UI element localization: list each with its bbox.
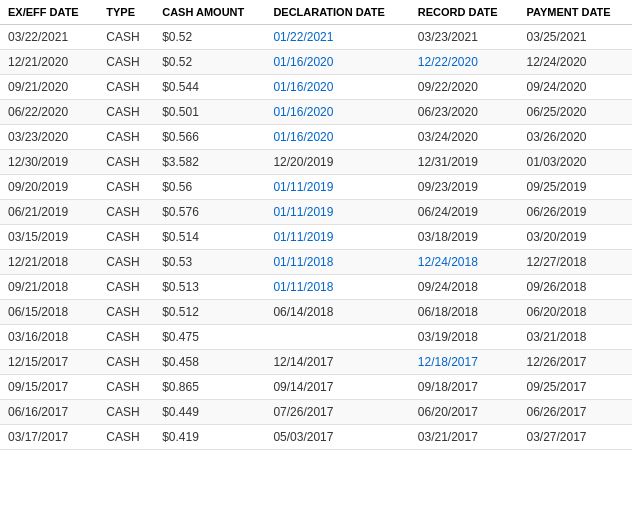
cell-payment-date: 12/27/2018 [518,250,632,275]
cell-record-date: 12/22/2020 [410,50,519,75]
cell-payment-date: 09/25/2017 [518,375,632,400]
cell-record-date: 12/31/2019 [410,150,519,175]
header-declaration-date: DECLARATION DATE [265,0,409,25]
cell-declaration-date: 01/16/2020 [265,75,409,100]
header-record-date: RECORD DATE [410,0,519,25]
cell-ex-eff-date: 03/15/2019 [0,225,98,250]
cell-type: CASH [98,300,154,325]
cell-payment-date: 09/26/2018 [518,275,632,300]
cell-ex-eff-date: 03/17/2017 [0,425,98,450]
cell-cash-amount: $0.514 [154,225,265,250]
table-row: 12/30/2019CASH$3.58212/20/201912/31/2019… [0,150,632,175]
cell-cash-amount: $0.501 [154,100,265,125]
cell-payment-date: 03/25/2021 [518,25,632,50]
cell-payment-date: 12/24/2020 [518,50,632,75]
cell-declaration-date: 01/16/2020 [265,125,409,150]
cell-type: CASH [98,325,154,350]
cell-record-date: 03/23/2021 [410,25,519,50]
cell-ex-eff-date: 09/15/2017 [0,375,98,400]
cell-payment-date: 06/26/2019 [518,200,632,225]
cell-declaration-date: 06/14/2018 [265,300,409,325]
dividends-table: EX/EFF DATE TYPE CASH AMOUNT DECLARATION… [0,0,632,450]
header-payment-date: PAYMENT DATE [518,0,632,25]
cell-declaration-date: 01/11/2019 [265,225,409,250]
cell-declaration-date: 01/16/2020 [265,100,409,125]
cell-type: CASH [98,100,154,125]
table-row: 03/15/2019CASH$0.51401/11/201903/18/2019… [0,225,632,250]
cell-record-date: 09/18/2017 [410,375,519,400]
cell-ex-eff-date: 03/16/2018 [0,325,98,350]
table-row: 12/21/2018CASH$0.5301/11/201812/24/20181… [0,250,632,275]
cell-ex-eff-date: 06/16/2017 [0,400,98,425]
cell-ex-eff-date: 06/21/2019 [0,200,98,225]
cell-cash-amount: $0.449 [154,400,265,425]
cell-cash-amount: $0.566 [154,125,265,150]
cell-declaration-date: 01/16/2020 [265,50,409,75]
cell-declaration-date: 01/11/2019 [265,200,409,225]
cell-payment-date: 03/21/2018 [518,325,632,350]
cell-type: CASH [98,125,154,150]
cell-record-date: 06/24/2019 [410,200,519,225]
cell-cash-amount: $0.576 [154,200,265,225]
table-row: 09/20/2019CASH$0.5601/11/201909/23/20190… [0,175,632,200]
cell-type: CASH [98,375,154,400]
table-row: 03/23/2020CASH$0.56601/16/202003/24/2020… [0,125,632,150]
cell-payment-date: 01/03/2020 [518,150,632,175]
cell-ex-eff-date: 06/15/2018 [0,300,98,325]
cell-cash-amount: $0.52 [154,25,265,50]
cell-cash-amount: $3.582 [154,150,265,175]
cell-cash-amount: $0.53 [154,250,265,275]
cell-payment-date: 03/20/2019 [518,225,632,250]
cell-type: CASH [98,275,154,300]
cell-cash-amount: $0.475 [154,325,265,350]
cell-declaration-date: 07/26/2017 [265,400,409,425]
cell-ex-eff-date: 09/20/2019 [0,175,98,200]
cell-record-date: 03/24/2020 [410,125,519,150]
cell-type: CASH [98,400,154,425]
cell-cash-amount: $0.56 [154,175,265,200]
header-type: TYPE [98,0,154,25]
cell-type: CASH [98,250,154,275]
cell-type: CASH [98,50,154,75]
cell-record-date: 03/19/2018 [410,325,519,350]
header-cash-amount: CASH AMOUNT [154,0,265,25]
table-row: 06/21/2019CASH$0.57601/11/201906/24/2019… [0,200,632,225]
cell-record-date: 09/24/2018 [410,275,519,300]
cell-payment-date: 09/24/2020 [518,75,632,100]
cell-record-date: 09/22/2020 [410,75,519,100]
cell-type: CASH [98,25,154,50]
cell-record-date: 06/18/2018 [410,300,519,325]
table-row: 03/22/2021CASH$0.5201/22/202103/23/20210… [0,25,632,50]
cell-cash-amount: $0.458 [154,350,265,375]
table-row: 09/15/2017CASH$0.86509/14/201709/18/2017… [0,375,632,400]
cell-ex-eff-date: 12/21/2018 [0,250,98,275]
table-row: 06/15/2018CASH$0.51206/14/201806/18/2018… [0,300,632,325]
cell-payment-date: 09/25/2019 [518,175,632,200]
cell-record-date: 06/20/2017 [410,400,519,425]
cell-type: CASH [98,175,154,200]
cell-declaration-date: 01/11/2019 [265,175,409,200]
cell-record-date: 12/24/2018 [410,250,519,275]
cell-declaration-date: 01/11/2018 [265,250,409,275]
cell-ex-eff-date: 03/23/2020 [0,125,98,150]
cell-payment-date: 03/26/2020 [518,125,632,150]
table-row: 03/17/2017CASH$0.41905/03/201703/21/2017… [0,425,632,450]
cell-record-date: 06/23/2020 [410,100,519,125]
cell-type: CASH [98,425,154,450]
table-row: 06/22/2020CASH$0.50101/16/202006/23/2020… [0,100,632,125]
cell-type: CASH [98,225,154,250]
cell-declaration-date: 01/11/2018 [265,275,409,300]
cell-ex-eff-date: 06/22/2020 [0,100,98,125]
cell-declaration-date: 12/20/2019 [265,150,409,175]
cell-cash-amount: $0.512 [154,300,265,325]
table-row: 09/21/2020CASH$0.54401/16/202009/22/2020… [0,75,632,100]
cell-payment-date: 06/20/2018 [518,300,632,325]
table-row: 09/21/2018CASH$0.51301/11/201809/24/2018… [0,275,632,300]
cell-type: CASH [98,200,154,225]
table-row: 12/21/2020CASH$0.5201/16/202012/22/20201… [0,50,632,75]
cell-declaration-date: 05/03/2017 [265,425,409,450]
cell-ex-eff-date: 12/30/2019 [0,150,98,175]
cell-declaration-date: 01/22/2021 [265,25,409,50]
cell-record-date: 03/21/2017 [410,425,519,450]
cell-cash-amount: $0.544 [154,75,265,100]
